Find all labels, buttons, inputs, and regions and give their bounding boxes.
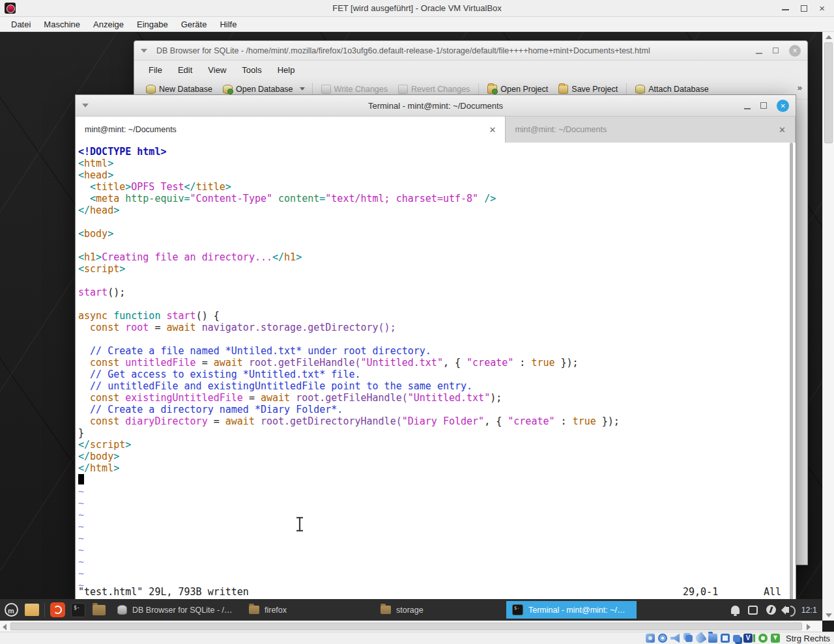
- terminal-tab-2[interactable]: mint@mint: ~/Documents✕: [506, 117, 796, 143]
- vm-maximize-button[interactable]: [801, 5, 807, 12]
- db-minimize-button[interactable]: [756, 53, 762, 54]
- optical-status-icon[interactable]: [658, 634, 667, 643]
- db-menu-view[interactable]: View: [201, 63, 233, 77]
- volume-icon[interactable]: [784, 607, 789, 613]
- menu-eingabe[interactable]: Eingabe: [131, 18, 174, 31]
- code-line: [78, 474, 786, 486]
- folder-icon: [93, 605, 106, 615]
- hdd-status-icon[interactable]: [646, 634, 655, 643]
- toolbar-label: Open Project: [500, 85, 548, 94]
- browser-launcher[interactable]: [49, 602, 66, 619]
- chevron-down-icon[interactable]: [141, 49, 147, 53]
- display-settings-icon[interactable]: [748, 606, 758, 615]
- db-browser-titlebar[interactable]: DB Browser for SQLite - /home/mint/.mozi…: [134, 41, 807, 61]
- code-line: <script>: [78, 263, 786, 275]
- toolbar-label: Write Changes: [334, 85, 388, 94]
- toolbar-separator: [312, 83, 313, 96]
- open-project-icon: [487, 85, 497, 94]
- usb-status-icon[interactable]: [694, 632, 706, 644]
- vim-tilde: ~: [78, 556, 786, 568]
- db-close-button[interactable]: ×: [789, 45, 801, 57]
- network-status-icon[interactable]: [685, 635, 693, 642]
- mouse-integration-status-icon[interactable]: [758, 634, 768, 643]
- taskbar-button-firefox[interactable]: firefox: [243, 601, 373, 619]
- mint-logo-icon: m: [5, 603, 18, 617]
- taskbar-separator: [44, 603, 45, 617]
- code-line: // Get access to existing *Untitled.txt*…: [78, 369, 786, 380]
- terminal-maximize-button[interactable]: [760, 102, 767, 109]
- menu-anzeige[interactable]: Anzeige: [87, 18, 130, 31]
- vim-tilde: ~: [78, 544, 786, 556]
- db-maximize-button[interactable]: [773, 48, 779, 53]
- menu-ger-te[interactable]: Geräte: [175, 18, 213, 31]
- db-menu-file[interactable]: File: [142, 63, 169, 77]
- terminal-window: Terminal - mint@mint: ~/Documents × mint…: [75, 94, 796, 599]
- keyboard-status-icon[interactable]: [771, 634, 780, 643]
- mint-menu-button[interactable]: m: [3, 602, 20, 619]
- notifications-icon[interactable]: [731, 606, 740, 614]
- code-line: <html>: [78, 158, 786, 169]
- terminal-minimize-button[interactable]: [744, 108, 751, 109]
- toolbar-label: Save Project: [571, 85, 618, 94]
- taskbar-button-db-browser-f[interactable]: DB Browser for SQLite - /h…: [111, 601, 242, 619]
- menu-datei[interactable]: Datei: [5, 18, 36, 31]
- vbox-horizontal-scrollbar[interactable]: [0, 621, 822, 632]
- open-database-icon: [223, 85, 233, 94]
- terminal-screen[interactable]: <!DOCTYPE html><html><head> <title>OPFS …: [76, 143, 796, 600]
- scroll-right-icon[interactable]: [807, 624, 811, 630]
- dropdown-chevron-icon[interactable]: [300, 87, 305, 91]
- menu-maschine[interactable]: Maschine: [38, 18, 86, 31]
- code-line: [78, 216, 786, 228]
- guest-desktop[interactable]: DB Browser for SQLite - /home/mint/.mozi…: [0, 32, 822, 621]
- folder-launcher[interactable]: [91, 602, 108, 619]
- tab-close-icon[interactable]: ✕: [779, 125, 786, 135]
- vim-buffer: <!DOCTYPE html><html><head> <title>OPFS …: [78, 146, 786, 591]
- db-menu-edit[interactable]: Edit: [171, 63, 199, 77]
- host-key-indicator: Strg Rechts: [786, 634, 830, 643]
- terminal-close-button[interactable]: ×: [777, 100, 789, 112]
- power-manager-icon[interactable]: [766, 605, 776, 615]
- shared-folders-status-icon[interactable]: [708, 634, 717, 643]
- db-menu-tools[interactable]: Tools: [235, 63, 268, 77]
- database-icon: [117, 605, 127, 615]
- vbox-hscroll-thumb[interactable]: [10, 623, 802, 630]
- virtualization-status-icon[interactable]: V: [743, 634, 753, 643]
- recording-status-icon[interactable]: [733, 635, 740, 642]
- clock[interactable]: 12:1: [801, 606, 817, 615]
- vbox-vscroll-thumb[interactable]: [824, 42, 833, 143]
- terminal-tabbar: mint@mint: ~/Documents✕mint@mint: ~/Docu…: [76, 117, 796, 143]
- vbox-vertical-scrollbar[interactable]: [822, 32, 834, 621]
- taskbar-button-terminal-m[interactable]: $-Terminal - mint@mint: ~/D…: [506, 601, 637, 619]
- tab-close-icon[interactable]: ✕: [489, 125, 496, 135]
- vbox-statusbar: VStrg Rechts: [0, 632, 834, 644]
- code-line: async function start() {: [78, 310, 786, 322]
- vm-minimize-button[interactable]: [782, 9, 789, 10]
- display-status-icon[interactable]: [721, 634, 730, 643]
- vim-cursor-position: 29,0-1: [683, 586, 718, 598]
- vm-close-button[interactable]: ×: [819, 1, 825, 16]
- terminal-titlebar[interactable]: Terminal - mint@mint: ~/Documents ×: [76, 95, 796, 117]
- menu-hilfe[interactable]: Hilfe: [214, 18, 242, 31]
- code-line: <title>OPFS Test</title>: [78, 181, 786, 193]
- audio-status-icon[interactable]: [670, 634, 680, 643]
- save-project-icon: [558, 85, 568, 94]
- code-line: // untitledFile and existingUntitledFile…: [78, 380, 786, 392]
- db-menu-help[interactable]: Help: [271, 63, 302, 77]
- taskbar-button-storage[interactable]: storage: [375, 601, 505, 619]
- vim-block-cursor: [78, 474, 84, 484]
- scroll-left-icon[interactable]: [3, 624, 7, 630]
- toolbar-overflow-button[interactable]: »: [798, 83, 802, 92]
- code-line: </script>: [78, 439, 786, 451]
- terminal-scrollbar[interactable]: [790, 143, 793, 600]
- files-icon: [25, 604, 39, 616]
- vim-tilde: ~: [78, 533, 786, 544]
- code-line: [78, 333, 786, 345]
- scroll-up-icon[interactable]: [826, 35, 832, 39]
- terminal-tab-1[interactable]: mint@mint: ~/Documents✕: [76, 117, 506, 143]
- scroll-down-icon[interactable]: [826, 613, 832, 617]
- vim-scroll-indicator: All: [764, 586, 781, 598]
- vim-tilde: ~: [78, 568, 786, 580]
- terminal-launcher[interactable]: $-: [70, 602, 87, 619]
- code-line: }: [78, 427, 786, 439]
- files-launcher[interactable]: [23, 602, 40, 619]
